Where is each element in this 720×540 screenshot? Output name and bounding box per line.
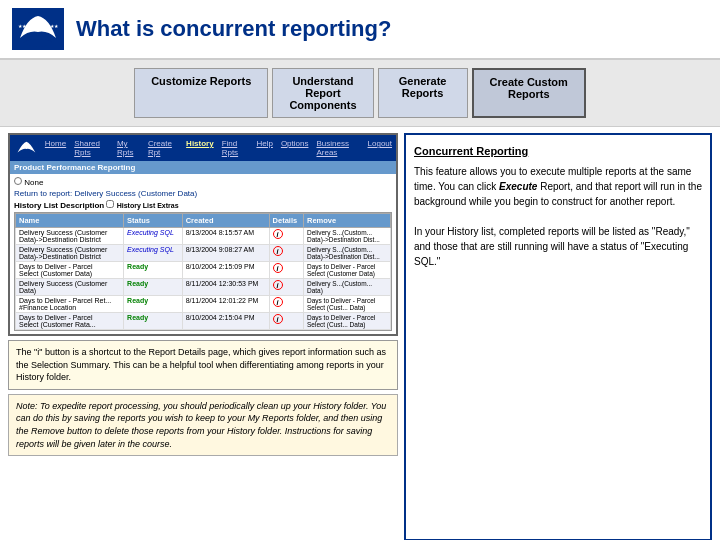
concurrent-title: Concurrent Reporting xyxy=(414,143,702,160)
history-data-table: Name Status Created Details Remove Deliv… xyxy=(15,213,391,330)
nav-find[interactable]: Find Rpts xyxy=(222,139,249,157)
col-name: Name xyxy=(16,214,124,228)
nav-home[interactable]: Home xyxy=(45,139,66,157)
app-sub-nav: Product Performance Reporting xyxy=(10,161,396,174)
right-panel: Concurrent Reporting This feature allows… xyxy=(404,133,712,540)
nav-history[interactable]: History xyxy=(186,139,214,157)
history-extras-checkbox[interactable] xyxy=(106,200,114,208)
table-row: Days to Deliver - ParcelSelect (Customer… xyxy=(16,262,391,279)
svg-text:★★★: ★★★ xyxy=(46,23,59,29)
history-table: Name Status Created Details Remove Deliv… xyxy=(14,212,392,331)
col-details: Details xyxy=(269,214,303,228)
page-title: What is concurrent reporting? xyxy=(76,16,391,42)
none-radio[interactable] xyxy=(14,177,22,185)
col-status: Status xyxy=(124,214,183,228)
table-row: Days to Deliver - ParcelSelect (Customer… xyxy=(16,313,391,330)
svg-point-2 xyxy=(34,19,42,27)
svg-text:★★★: ★★★ xyxy=(18,23,31,29)
nav-help[interactable]: Help xyxy=(256,139,272,157)
concurrent-body: This feature allows you to execute multi… xyxy=(414,164,702,269)
nav-my-rpts[interactable]: My Rpts xyxy=(117,139,140,157)
nav-business[interactable]: Business Areas xyxy=(316,139,359,157)
col-created: Created xyxy=(182,214,269,228)
main-content: Home Shared Rpts My Rpts Create Rpt Hist… xyxy=(0,127,720,540)
table-row: Delivery Success (CustomerData)->Destina… xyxy=(16,245,391,262)
callout-box: The "i" button is a shortcut to the Repo… xyxy=(8,340,398,390)
table-row: Delivery Success (CustomerData) Ready 8/… xyxy=(16,279,391,296)
note-box: Note: To expedite report processing, you… xyxy=(8,394,398,456)
col-remove: Remove xyxy=(304,214,391,228)
table-row: Days to Deliver - Parcel Ret...#Finance … xyxy=(16,296,391,313)
nav-shared[interactable]: Shared Rpts xyxy=(74,139,109,157)
app-nav-links: Home Shared Rpts My Rpts Create Rpt Hist… xyxy=(45,139,392,157)
left-panel: Home Shared Rpts My Rpts Create Rpt Hist… xyxy=(8,133,398,540)
usps-logo: ★★★ ★★★ xyxy=(12,8,64,50)
none-label: None xyxy=(14,177,392,187)
table-row: Delivery Success (CustomerData)->Destina… xyxy=(16,228,391,245)
steps-bar: Customize Reports UnderstandReportCompon… xyxy=(0,60,720,127)
app-screenshot: Home Shared Rpts My Rpts Create Rpt Hist… xyxy=(8,133,398,336)
step-generate[interactable]: GenerateReports xyxy=(378,68,468,118)
nav-create[interactable]: Create Rpt xyxy=(148,139,178,157)
step-create-custom[interactable]: Create CustomReports xyxy=(472,68,586,118)
history-list-label: History List Description History List Ex… xyxy=(14,200,392,210)
app-body: None Return to report: Delivery Success … xyxy=(10,174,396,334)
app-breadcrumb: Return to report: Delivery Success (Cust… xyxy=(14,189,392,198)
step-understand[interactable]: UnderstandReportComponents xyxy=(272,68,373,118)
concurrent-reporting-box: Concurrent Reporting This feature allows… xyxy=(404,133,712,540)
app-logo xyxy=(14,137,39,159)
app-nav: Home Shared Rpts My Rpts Create Rpt Hist… xyxy=(10,135,396,161)
nav-options[interactable]: Options xyxy=(281,139,309,157)
page-header: ★★★ ★★★ What is concurrent reporting? xyxy=(0,0,720,60)
nav-logout[interactable]: Logout xyxy=(368,139,392,157)
step-customize[interactable]: Customize Reports xyxy=(134,68,268,118)
